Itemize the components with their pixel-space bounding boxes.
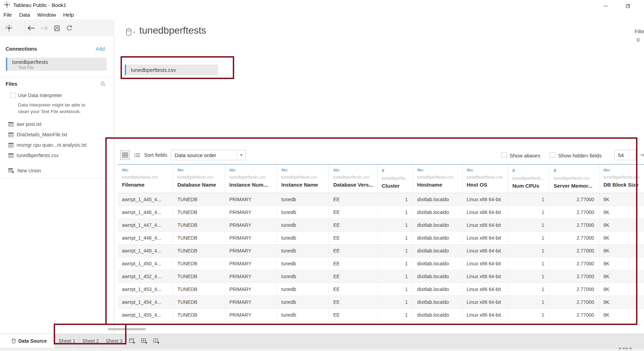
grid-cell: awrrpt_1_453_4...: [118, 283, 173, 296]
tableau-logo-icon: [3, 1, 10, 8]
datasource-caret-icon[interactable]: ▾: [133, 31, 135, 34]
grid-cell: Linux x86 64-bit: [462, 245, 508, 257]
column-source: tunedbperftests.csv: [333, 175, 377, 180]
restore-button[interactable]: [623, 3, 633, 9]
grid-cell: 1: [378, 193, 413, 206]
menu-item-file[interactable]: File: [3, 12, 12, 18]
sheet-tabs: Sheet 1Sheet 2Sheet 3: [55, 334, 126, 348]
grid-cell: 1: [378, 206, 413, 219]
grid-cell: awrrpt_1_452_4...: [118, 270, 173, 283]
grid-cell: EE: [329, 193, 378, 206]
sheet-pager-controls[interactable]: ◀◀▶▶: [618, 346, 634, 350]
grid-cell: Linux x86 64-bit: [462, 257, 508, 270]
grid-cell: 2.77000: [549, 296, 599, 309]
horizontal-scrollbar[interactable]: [108, 328, 146, 330]
canvas-table-chip[interactable]: tunedbperftests.csv: [125, 65, 218, 75]
grid-cell: awrrpt_1_445_4...: [118, 193, 173, 206]
menu-item-window[interactable]: Window: [37, 12, 56, 18]
grid-cell: awrrpt_1_447_4...: [118, 219, 173, 232]
grid-cell: 1: [378, 257, 413, 270]
datasource-title[interactable]: tunedbperftests: [139, 25, 206, 36]
column-name: Instance Name: [281, 182, 329, 188]
column-header[interactable]: Abctunedbperftests.csvHost OS: [462, 165, 508, 193]
tab-sheet-1[interactable]: Sheet 1: [55, 334, 79, 348]
tab-sheet-2[interactable]: Sheet 2: [79, 334, 103, 348]
redo-button[interactable]: [39, 24, 49, 32]
column-header[interactable]: Abctunedbperftests.csvDatabase Vers...: [329, 165, 378, 193]
column-header[interactable]: Abctunedbperftests.csvFilename: [118, 165, 173, 193]
grid-cell: tunedb: [277, 193, 329, 206]
new-dashboard-button[interactable]: [138, 334, 150, 348]
table-row: awrrpt_1_455_4...TUNEDBPRIMARYtunedbEE1d…: [118, 309, 644, 322]
list-view-toggle[interactable]: [132, 150, 142, 160]
file-item[interactable]: tunedbperftests.csv: [8, 150, 112, 161]
new-union-item[interactable]: New Union: [8, 165, 41, 176]
grid-cell: Linux x86 64-bit: [462, 219, 508, 232]
column-name: Host OS: [467, 182, 508, 188]
show-hidden-fields-checkbox[interactable]: [550, 152, 555, 158]
tableau-home-button[interactable]: [4, 24, 14, 32]
refresh-button[interactable]: [64, 24, 74, 32]
column-source: tunedbperftests.csv: [281, 175, 329, 180]
new-story-button[interactable]: [150, 334, 162, 348]
menu-item-data[interactable]: Data: [19, 12, 30, 18]
grid-cell: EE: [329, 206, 378, 219]
save-button[interactable]: [52, 24, 62, 32]
column-source: tunedbperftests.csv: [417, 175, 462, 180]
column-source: tunedbperftests.csv: [554, 176, 599, 181]
minimize-button[interactable]: [600, 3, 611, 9]
grid-cell: 1: [378, 245, 413, 257]
file-item[interactable]: resmgr cpu quan...nt analysis.txt: [8, 140, 112, 150]
column-name: Filename: [122, 182, 173, 188]
column-header[interactable]: Abctunedbperftests.csvInstance Name: [277, 165, 329, 193]
show-aliases-checkbox[interactable]: [501, 152, 507, 158]
rows-count-input[interactable]: 54: [615, 150, 636, 160]
grid-cell: PRIMARY: [225, 270, 277, 283]
sort-order-value: Data source order: [175, 152, 216, 158]
fields-bar: Sort fields Data source order ▼ Show ali…: [118, 148, 644, 162]
toolbar: [0, 19, 114, 36]
file-item[interactable]: OraDetails_MainFile.txt: [8, 129, 112, 140]
grid-view-toggle[interactable]: [120, 150, 130, 160]
data-source-tab-icon: [12, 339, 16, 343]
grid-cell: 1: [508, 219, 549, 232]
add-connection-link[interactable]: Add: [96, 46, 105, 52]
use-data-interpreter-checkbox[interactable]: [10, 93, 16, 98]
file-list: awr post.txtOraDetails_MainFile.txtresmg…: [8, 119, 112, 161]
column-source: tunedbperftests.csv: [229, 175, 277, 180]
column-header[interactable]: Abctunedbperftests.csvInstance Num...: [225, 165, 277, 193]
tab-data-source[interactable]: Data Source: [0, 334, 55, 348]
grid-cell: EE: [329, 232, 378, 245]
undo-button[interactable]: [26, 24, 36, 32]
column-header[interactable]: #tunedbperftests.csvServer Memor...: [549, 165, 599, 193]
column-type-icon: #: [554, 168, 599, 173]
grid-cell: tunedb: [277, 270, 329, 283]
file-item[interactable]: awr post.txt: [8, 119, 112, 129]
list-view-icon: [134, 153, 140, 157]
sort-order-dropdown[interactable]: Data source order ▼: [171, 150, 246, 160]
grid-cell: dixitlab.localdo: [413, 257, 462, 270]
grid-cell: tunedb: [277, 245, 329, 257]
search-icon[interactable]: [100, 82, 106, 87]
tab-sheet-3[interactable]: Sheet 3: [103, 334, 126, 348]
menu-item-help[interactable]: Help: [63, 12, 74, 18]
grid-cell: 8K: [599, 283, 644, 296]
grid-cell: Linux x86 64-bit: [462, 309, 508, 322]
grid-cell: PRIMARY: [225, 296, 277, 309]
new-worksheet-button[interactable]: [126, 334, 138, 348]
data-source-tab-label: Data Source: [18, 338, 47, 344]
grid-cell: tunedb: [277, 232, 329, 245]
file-item-label: resmgr cpu quan...nt analysis.txt: [17, 142, 87, 148]
connection-item[interactable]: tunedbperftests Text File: [6, 58, 107, 71]
grid-cell: tunedb: [277, 283, 329, 296]
column-header[interactable]: #tunedbperftests....Num CPUs: [508, 165, 549, 193]
column-header[interactable]: Abctunedbperftests.csvDB Block Size: [599, 165, 644, 193]
column-header[interactable]: #tunedbperfte...Cluster: [378, 165, 413, 193]
grid-cell: 1: [378, 219, 413, 232]
restore-icon: [626, 4, 630, 8]
grid-cell: dixitlab.localdo: [413, 270, 462, 283]
column-header[interactable]: Abctunedbperftests.csvDatabase Name: [173, 165, 225, 193]
filters-count: 0: [637, 37, 639, 43]
column-header[interactable]: Abctunedbperftests.csvHostname: [413, 165, 462, 193]
column-name: Cluster: [382, 183, 413, 189]
